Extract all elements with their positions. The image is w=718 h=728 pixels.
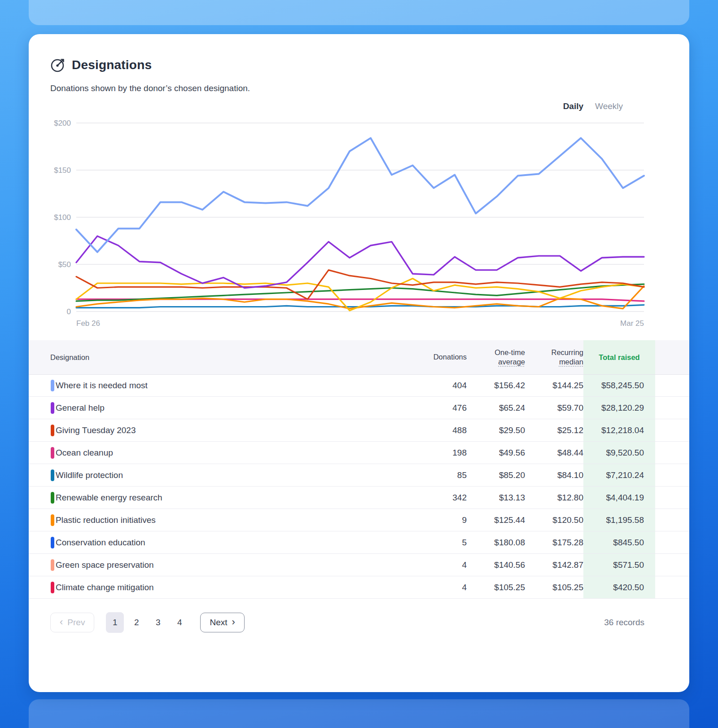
donations-value: 198	[399, 448, 467, 458]
header-recurring-median[interactable]: Recurring median	[525, 348, 583, 367]
header-one-time-average[interactable]: One-time average	[467, 348, 525, 367]
donations-value: 476	[399, 403, 467, 413]
designation-color-chip	[51, 425, 54, 436]
total-raised-value: $420.50	[583, 576, 655, 598]
y-axis-tick-label: $150	[54, 166, 71, 175]
prev-button[interactable]: ‹ Prev	[50, 613, 94, 632]
one-time-average-value: $49.56	[467, 448, 525, 458]
designation-color-chip	[51, 380, 54, 391]
series-line-general-help	[76, 236, 644, 288]
table-row: Wildlife protection 85 $85.20 $84.10 $7,…	[29, 464, 689, 487]
header-total-raised: Total raised	[583, 340, 655, 374]
recurring-median-value: $175.28	[525, 538, 583, 548]
designation-color-chip	[51, 514, 54, 526]
recurring-median-value: $120.50	[525, 515, 583, 525]
designation-name: General help	[56, 403, 399, 413]
toggle-weekly[interactable]: Weekly	[595, 101, 623, 111]
header-designation: Designation	[50, 353, 399, 362]
donations-value: 5	[399, 538, 467, 548]
next-button[interactable]: Next ›	[200, 613, 244, 632]
target-dart-icon	[50, 57, 66, 73]
one-time-average-value: $85.20	[467, 470, 525, 480]
recurring-median-value: $105.25	[525, 583, 583, 592]
total-raised-value: $571.50	[583, 554, 655, 576]
previous-card-peek	[29, 0, 689, 25]
x-axis-tick-label: Mar 25	[620, 319, 644, 328]
one-time-average-value: $65.24	[467, 403, 525, 413]
table-row: Renewable energy research 342 $13.13 $12…	[29, 487, 689, 509]
donations-line-chart[interactable]: $200$150$100$500Feb 26Mar 25	[50, 114, 668, 330]
page-button-1[interactable]: 1	[106, 612, 124, 633]
one-time-average-value: $29.50	[467, 425, 525, 435]
total-raised-value: $4,404.19	[583, 487, 655, 509]
table-row: General help 476 $65.24 $59.70 $28,120.2…	[29, 397, 689, 419]
designation-name: Where it is needed most	[56, 381, 399, 390]
donations-value: 9	[399, 515, 467, 525]
designation-name: Renewable energy research	[56, 493, 399, 503]
designation-name: Green space preservation	[56, 560, 399, 570]
table-row: Green space preservation 4 $140.56 $142.…	[29, 554, 689, 576]
donations-value: 4	[399, 560, 467, 570]
series-line-where-it-is-needed-most	[76, 138, 644, 252]
recurring-median-value: $12.80	[525, 493, 583, 503]
donations-value: 85	[399, 470, 467, 480]
table-row: Climate change mitigation 4 $105.25 $105…	[29, 576, 689, 599]
page-button-2[interactable]: 2	[127, 612, 145, 633]
table-row: Conservation education 5 $180.08 $175.28…	[29, 531, 689, 554]
next-card-peek	[29, 699, 689, 728]
designation-color-chip	[51, 537, 54, 548]
one-time-average-value: $156.42	[467, 381, 525, 390]
designation-name: Plastic reduction initiatives	[56, 515, 399, 525]
designations-card: Designations Donations shown by the dono…	[29, 34, 689, 692]
designation-color-chip	[51, 582, 54, 593]
designation-color-chip	[51, 492, 54, 504]
designation-name: Conservation education	[56, 538, 399, 548]
recurring-median-value: $25.12	[525, 425, 583, 435]
designation-color-chip	[51, 402, 54, 414]
chevron-left-icon: ‹	[60, 617, 63, 627]
total-raised-value: $9,520.50	[583, 442, 655, 464]
table-body: Where it is needed most 404 $156.42 $144…	[29, 374, 689, 599]
records-count: 36 records	[604, 618, 644, 627]
designation-name: Ocean cleanup	[56, 448, 399, 458]
chevron-right-icon: ›	[232, 617, 235, 627]
donations-value: 404	[399, 381, 467, 390]
designation-color-chip	[51, 469, 54, 481]
donations-value: 488	[399, 425, 467, 435]
total-raised-value: $58,245.50	[583, 375, 655, 396]
y-axis-tick-label: $100	[54, 213, 71, 222]
one-time-average-value: $125.44	[467, 515, 525, 525]
total-raised-value: $12,218.04	[583, 419, 655, 441]
header-donations: Donations	[399, 352, 467, 362]
designation-color-chip	[51, 559, 54, 571]
recurring-median-value: $48.44	[525, 448, 583, 458]
one-time-average-value: $180.08	[467, 538, 525, 548]
designation-name: Climate change mitigation	[56, 583, 399, 592]
designation-name: Wildlife protection	[56, 470, 399, 480]
series-line-giving-tuesday-2023	[76, 270, 644, 299]
y-axis-tick-label: $50	[58, 260, 71, 269]
table-header-row: Designation Donations One-time average R…	[29, 340, 689, 374]
designation-name: Giving Tuesday 2023	[56, 425, 399, 435]
toggle-daily[interactable]: Daily	[563, 101, 583, 111]
page-button-3[interactable]: 3	[149, 612, 167, 633]
total-raised-value: $28,120.29	[583, 397, 655, 419]
y-axis-tick-label: $200	[54, 119, 71, 127]
table-row: Ocean cleanup 198 $49.56 $48.44 $9,520.5…	[29, 442, 689, 464]
designation-color-chip	[51, 447, 54, 459]
pagination-bar: ‹ Prev 1234 Next › 36 records	[50, 612, 644, 633]
designations-table: Designation Donations One-time average R…	[29, 340, 689, 599]
page-title: Designations	[72, 58, 152, 72]
page-button-4[interactable]: 4	[171, 612, 188, 633]
total-raised-value: $1,195.58	[583, 509, 655, 531]
y-axis-tick-label: 0	[67, 307, 71, 316]
page-subtitle: Donations shown by the donor’s chosen de…	[50, 83, 668, 93]
x-axis-tick-label: Feb 26	[76, 319, 100, 328]
series-line--amber-series-	[76, 279, 644, 311]
interval-toggle: Daily Weekly	[50, 101, 623, 111]
page-number-list: 1234	[106, 612, 188, 633]
donations-value: 342	[399, 493, 467, 503]
recurring-median-value: $144.25	[525, 381, 583, 390]
table-row: Where it is needed most 404 $156.42 $144…	[29, 374, 689, 397]
one-time-average-value: $13.13	[467, 493, 525, 503]
